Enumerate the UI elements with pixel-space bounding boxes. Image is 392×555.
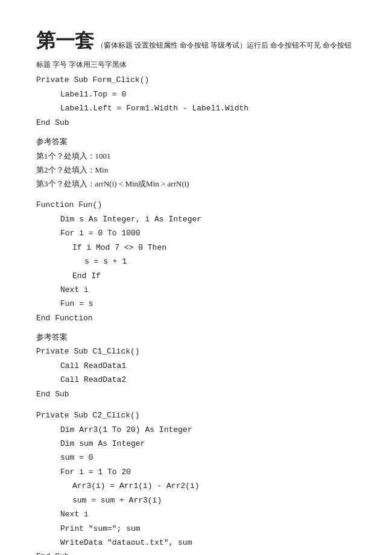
code-line: End If	[72, 270, 356, 282]
first-set-title: 第一套	[36, 30, 94, 51]
code-line: End Sub	[36, 116, 356, 129]
code-line: Dim s As Integer, i As Integer	[60, 213, 356, 226]
code-line: sum = 0	[60, 451, 356, 464]
code-line: Dim sum As Integer	[60, 437, 356, 450]
first-set-title-block: 第一套（窗体标题 设置按钮属性 命令按钮 等级考试）运行后 命令按钮不可见 命令…	[36, 24, 356, 71]
code-line: Call ReadData2	[60, 373, 356, 386]
answer-item: 第2个？处填入：Min	[36, 163, 356, 177]
code-line: Print "sum="; sum	[60, 522, 356, 535]
code-block-4: Private Sub C2_Click() Dim Arr3(1 To 20)…	[36, 409, 356, 555]
code-line: sum = sum + Arr3(i)	[72, 494, 356, 507]
code-block-1: Private Sub Form_Click() Label1.Top = 0 …	[36, 74, 356, 129]
code-line: For i = 1 To 20	[60, 466, 356, 478]
code-line: Label1.Left = Form1.Width - Label1.Width	[60, 102, 356, 115]
code-block-2: Function Fun() Dim s As Integer, i As In…	[36, 198, 356, 325]
answers-label-2: 参考答案	[36, 331, 356, 344]
code-line: Dim Arr3(1 To 20) As Integer	[60, 423, 356, 436]
code-line: End Sub	[36, 550, 356, 555]
code-block-3: Private Sub C1_Click() Call ReadData1 Ca…	[36, 345, 356, 401]
code-line: Next i	[60, 508, 356, 521]
code-line: End Sub	[36, 388, 356, 401]
code-line: Label1.Top = 0	[60, 88, 356, 101]
code-line: Private Sub Form_Click()	[36, 74, 356, 86]
code-line: Private Sub C2_Click()	[36, 409, 356, 422]
code-line: Fun = s	[60, 297, 356, 310]
code-line: Next i	[60, 284, 356, 296]
code-line: Private Sub C1_Click()	[36, 345, 356, 358]
answer-item: 第3个？处填入：arrN(i) < Min或Min > arrN(i)	[36, 177, 356, 191]
answers-label-1: 参考答案	[36, 135, 356, 148]
code-line: Arr3(i) = Arr1(i) - Arr2(i)	[72, 480, 356, 492]
code-line: WriteData "dataout.txt", sum	[60, 536, 356, 549]
code-line: Function Fun()	[36, 198, 356, 211]
code-line: s = s + 1	[84, 255, 356, 268]
answer-item: 第1个？处填入：1001	[36, 150, 356, 163]
code-line: Call ReadData1	[60, 360, 356, 372]
code-line: For i = 0 To 1000	[60, 227, 356, 239]
code-line: End Function	[36, 312, 356, 325]
code-line: If i Mod 7 <> 0 Then	[72, 241, 356, 254]
